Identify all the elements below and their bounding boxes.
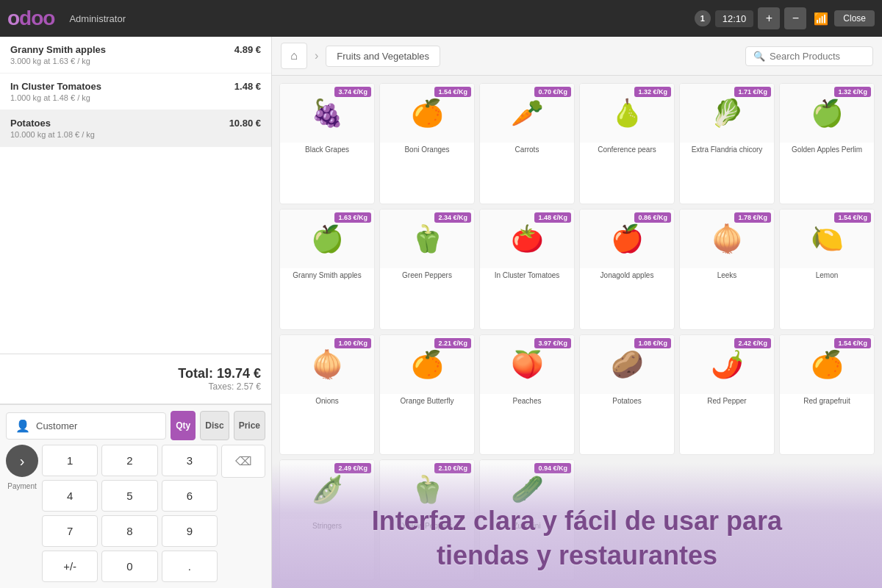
payment-button[interactable]: › [6, 445, 38, 477]
num-6-button[interactable]: 6 [162, 480, 218, 512]
customer-button[interactable]: 👤 Customer [6, 412, 166, 440]
product-name: Extra Flandria chicory [680, 143, 774, 157]
product-name: Black Grapes [280, 143, 374, 157]
product-image-area: 1.78 €/Kg 🧅 [680, 209, 774, 268]
product-image-area: 2.49 €/Kg 🫛 [280, 460, 374, 519]
plus-minus-button[interactable]: +/- [42, 551, 98, 582]
product-price-badge: 2.10 €/Kg [434, 463, 471, 473]
num-2-button[interactable]: 2 [101, 445, 157, 476]
numpad-right: ⌫ [221, 445, 265, 582]
product-card[interactable]: 1.78 €/Kg 🧅 Leeks [679, 209, 775, 330]
num-8-button[interactable]: 8 [101, 515, 157, 547]
product-price-badge: 1.00 €/Kg [334, 338, 371, 348]
product-card[interactable]: 1.00 €/Kg 🧅 Onions [279, 334, 375, 456]
order-item[interactable]: Granny Smith apples 4.89 € 3.000 kg at 1… [0, 37, 271, 74]
product-name: Stringers [280, 519, 374, 534]
search-input[interactable] [770, 51, 865, 62]
product-emoji: 🫑 [411, 476, 444, 503]
product-card[interactable]: 1.54 €/Kg 🍊 Red grapefruit [779, 334, 875, 456]
product-price-badge: 1.54 €/Kg [434, 87, 471, 97]
admin-label: Administrator [69, 13, 126, 24]
product-card[interactable]: 2.49 €/Kg 🫛 Stringers [279, 459, 375, 581]
product-image-area: 1.54 €/Kg 🍋 [780, 209, 874, 268]
product-price-badge: 1.63 €/Kg [334, 212, 371, 223]
odoo-logo: odoo [7, 7, 54, 30]
order-item[interactable]: In Cluster Tomatoes 1.48 € 1.000 kg at 1… [0, 74, 271, 110]
product-name: Jonagold apples [580, 268, 674, 283]
order-item-selected[interactable]: Potatoes 10.80 € 10.000 kg at 1.08 € / k… [0, 110, 271, 147]
product-card[interactable]: 1.48 €/Kg 🍅 In Cluster Tomatoes [479, 209, 575, 330]
product-image-area: 0.86 €/Kg 🍎 [580, 209, 674, 268]
num-1-button[interactable]: 1 [42, 445, 98, 476]
total-amount: Total: 19.74 € [10, 366, 261, 381]
product-card[interactable]: 1.71 €/Kg 🥬 Extra Flandria chicory [679, 83, 775, 204]
wifi-icon: 📶 [814, 12, 828, 26]
product-card[interactable]: 2.34 €/Kg 🫑 Green Peppers [379, 209, 475, 330]
product-price-badge: 3.97 €/Kg [534, 338, 571, 348]
close-button[interactable]: Close [834, 10, 875, 26]
product-card[interactable]: 2.42 €/Kg 🌶️ Red Pepper [679, 334, 775, 456]
product-price-badge: 3.74 €/Kg [334, 87, 371, 97]
numpad-digits: 1 2 3 4 5 6 7 8 9 +/- 0 . [42, 445, 218, 582]
product-emoji: 🍏 [811, 100, 844, 126]
product-image-area: 1.32 €/Kg 🍏 [780, 84, 874, 143]
product-card[interactable]: 0.86 €/Kg 🍎 Jonagold apples [579, 209, 675, 330]
product-price-badge: 2.34 €/Kg [434, 212, 471, 223]
product-emoji: 🍐 [611, 100, 644, 126]
product-card[interactable]: 0.70 €/Kg 🥕 Carrots [479, 83, 575, 204]
customer-label: Customer [36, 420, 77, 431]
num-0-button[interactable]: 0 [101, 551, 157, 582]
product-image-area: 0.94 €/Kg 🥒 [480, 460, 574, 519]
num-7-button[interactable]: 7 [42, 515, 98, 547]
num-9-button[interactable]: 9 [162, 515, 218, 547]
num-5-button[interactable]: 5 [101, 480, 157, 512]
product-card[interactable]: 3.97 €/Kg 🍑 Peaches [479, 334, 575, 456]
numpad-area: 👤 Customer Qty Disc Price › Payment 1 2 [0, 404, 271, 588]
qty-mode-button[interactable]: Qty [171, 411, 196, 440]
product-name: Leeks [680, 268, 774, 283]
product-emoji: 🧅 [711, 226, 744, 252]
product-emoji: 🫑 [411, 226, 444, 252]
decimal-button[interactable]: . [162, 551, 218, 582]
order-item-price: 1.48 € [234, 81, 261, 92]
num-4-button[interactable]: 4 [42, 480, 98, 512]
product-price-badge: 0.94 €/Kg [534, 463, 571, 473]
session-info: 1 12:10 + − [695, 7, 807, 29]
product-card[interactable]: 3.74 €/Kg 🍇 Black Grapes [279, 83, 375, 204]
disc-mode-button[interactable]: Disc [200, 411, 229, 440]
product-image-area: 1.54 €/Kg 🍊 [380, 84, 474, 143]
product-card[interactable]: 1.32 €/Kg 🍐 Conference pears [579, 83, 675, 204]
product-card[interactable]: 2.21 €/Kg 🍊 Orange Butterfly [379, 334, 475, 456]
product-card[interactable]: 1.54 €/Kg 🍊 Boni Oranges [379, 83, 475, 204]
product-card[interactable]: 1.63 €/Kg 🍏 Granny Smith apples [279, 209, 375, 330]
remove-session-button[interactable]: − [784, 7, 806, 29]
product-card[interactable]: 1.08 €/Kg 🥔 Potatoes [579, 334, 675, 456]
product-card[interactable]: 0.94 €/Kg 🥒 Zucchini [479, 459, 575, 581]
product-emoji: 🍇 [311, 100, 344, 126]
product-card[interactable]: 1.32 €/Kg 🍏 Golden Apples Perlim [779, 83, 875, 204]
product-emoji: 🍏 [311, 226, 344, 252]
order-item-detail: 10.000 kg at 1.08 € / kg [10, 130, 261, 139]
product-price-badge: 1.32 €/Kg [834, 87, 871, 97]
product-price-badge: 2.49 €/Kg [334, 463, 371, 473]
product-emoji: 🍑 [511, 351, 544, 378]
product-image-area: 3.97 €/Kg 🍑 [480, 335, 574, 394]
product-name: Zucchini [480, 519, 574, 534]
search-box: 🔍 [745, 46, 873, 66]
product-name: Onions [280, 394, 374, 409]
app-container: odoo Administrator 1 12:10 + − 📶 Close G… [0, 0, 882, 588]
product-name: Granny Smith apples [280, 268, 374, 283]
home-button[interactable]: ⌂ [281, 43, 307, 69]
product-card[interactable]: 2.10 €/Kg 🫑 Yellow Peppers [379, 459, 475, 581]
product-price-badge: 0.70 €/Kg [534, 87, 571, 97]
product-image-area: 1.32 €/Kg 🍐 [580, 84, 674, 143]
product-name: Boni Oranges [380, 143, 474, 157]
num-3-button[interactable]: 3 [162, 445, 218, 476]
product-emoji: 🥬 [711, 100, 744, 126]
product-emoji: 🌶️ [711, 351, 744, 378]
price-mode-button[interactable]: Price [234, 411, 265, 440]
add-session-button[interactable]: + [758, 7, 780, 29]
product-card[interactable]: 1.54 €/Kg 🍋 Lemon [779, 209, 875, 330]
product-image-area: 2.21 €/Kg 🍊 [380, 335, 474, 394]
backspace-button[interactable]: ⌫ [221, 445, 265, 478]
